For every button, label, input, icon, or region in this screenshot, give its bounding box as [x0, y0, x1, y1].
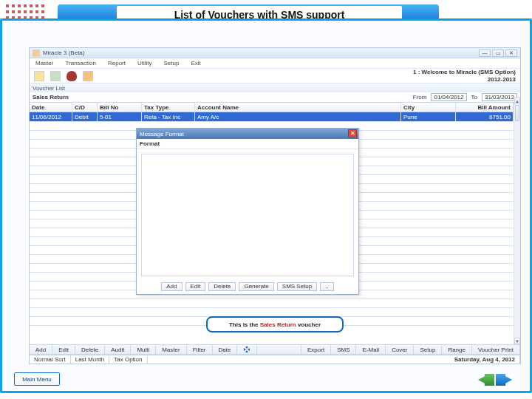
main-menu-button[interactable]: Main Menu: [14, 372, 60, 386]
btn-delete[interactable]: Delete: [75, 345, 105, 354]
col-cd[interactable]: C/D: [72, 103, 98, 112]
maximize-button[interactable]: ▭: [492, 50, 504, 57]
menu-master[interactable]: Master: [35, 60, 53, 66]
btn-sms[interactable]: SMS: [331, 345, 356, 354]
col-billno[interactable]: Bill No: [98, 103, 142, 112]
nav-arrows: [478, 374, 512, 386]
dialog-title: Message Format: [140, 131, 184, 137]
dialog-label: Format: [137, 139, 358, 149]
message-format-dialog: Message Format ✕ Format Add Edit Delete …: [136, 128, 359, 295]
toolbar: 1 : Welcome to Miracle (SMS Option) 2012…: [30, 69, 520, 83]
status-date: Saturday, Aug 4, 2012: [450, 355, 520, 364]
col-account[interactable]: Account Name: [195, 103, 401, 112]
scroll-thumb[interactable]: [515, 105, 519, 121]
link-icon: [243, 346, 250, 353]
dialog-btn-generate[interactable]: Generate: [239, 282, 273, 291]
menu-exit[interactable]: Exit: [191, 60, 200, 66]
table-row[interactable]: 11/06/2012 Debit 5-01 Reta - Tax Inc Amy…: [30, 112, 520, 121]
dialog-btn-smssetup[interactable]: SMS Setup: [277, 282, 317, 291]
welcome-text: 1 : Welcome to Miracle (SMS Option) 2012…: [413, 69, 516, 83]
dialog-body[interactable]: [141, 154, 354, 276]
col-amount[interactable]: Bill Amount: [456, 103, 514, 112]
btn-audit[interactable]: Audit: [105, 345, 131, 354]
btn-export[interactable]: Export: [301, 345, 331, 354]
btn-voucher-print[interactable]: Voucher Print: [472, 345, 520, 354]
btn-setup[interactable]: Setup: [414, 345, 442, 354]
btn-cover[interactable]: Cover: [386, 345, 414, 354]
callout-text: This is the Sales Return voucher: [229, 321, 321, 328]
toolbar-icon-4[interactable]: [83, 71, 93, 81]
minimize-button[interactable]: —: [479, 50, 491, 57]
status-month: Last Month: [71, 355, 110, 364]
btn-range[interactable]: Range: [442, 345, 472, 354]
to-label: To: [471, 94, 477, 100]
menu-setup[interactable]: Setup: [164, 60, 180, 66]
col-city[interactable]: City: [401, 103, 456, 112]
filter-row: Sales Return From 01/04/2012 To 31/03/20…: [30, 92, 520, 103]
prev-arrow-icon[interactable]: [478, 374, 494, 386]
toolbar-icon-1[interactable]: [34, 71, 44, 81]
btn-add[interactable]: Add: [30, 345, 52, 354]
scroll-up-icon[interactable]: ▲: [514, 98, 520, 104]
app-window: Miracle 3 (Beta) — ▭ ✕ Master Transactio…: [29, 47, 521, 364]
btn-filter[interactable]: Filter: [187, 345, 213, 354]
dialog-btn-delete[interactable]: Delete: [208, 282, 236, 291]
window-title: Miracle 3 (Beta): [43, 50, 479, 56]
dialog-btn-more[interactable]: ..: [320, 282, 333, 291]
vertical-scrollbar[interactable]: ▲ ▼: [514, 98, 520, 344]
dialog-titlebar[interactable]: Message Format ✕: [137, 129, 358, 139]
toolbar-icon-2[interactable]: [50, 71, 61, 81]
btn-link[interactable]: [237, 345, 257, 354]
dialog-footer: Add Edit Delete Generate SMS Setup ..: [137, 281, 358, 294]
col-taxtype[interactable]: Tax Type: [142, 103, 195, 112]
grid-header: Date C/D Bill No Tax Type Account Name C…: [30, 103, 520, 112]
btn-edit[interactable]: Edit: [52, 345, 75, 354]
menu-report[interactable]: Report: [108, 60, 126, 66]
window-titlebar: Miracle 3 (Beta) — ▭ ✕: [30, 48, 520, 58]
explanation-callout: This is the Sales Return voucher: [206, 316, 344, 332]
status-tax: Tax Option: [109, 355, 147, 364]
col-date[interactable]: Date: [30, 103, 72, 112]
panel-label: Voucher List: [30, 83, 520, 92]
btn-email[interactable]: E-Mail: [356, 345, 386, 354]
scroll-down-icon[interactable]: ▼: [514, 338, 520, 344]
voucher-heading: Sales Return: [33, 94, 69, 100]
dialog-btn-add[interactable]: Add: [161, 282, 182, 291]
btn-multi[interactable]: Multi: [131, 345, 156, 354]
to-date-input[interactable]: 31/03/2013: [482, 93, 517, 101]
from-label: From: [413, 94, 427, 100]
menu-transaction[interactable]: Transaction: [65, 60, 96, 66]
menu-utility[interactable]: Utility: [137, 60, 152, 66]
menu-bar: Master Transaction Report Utility Setup …: [30, 58, 520, 69]
close-button[interactable]: ✕: [505, 50, 517, 57]
slide-frame: Miracle 3 (Beta) — ▭ ✕ Master Transactio…: [0, 18, 532, 393]
toolbar-icon-3[interactable]: [66, 71, 77, 81]
dialog-btn-edit[interactable]: Edit: [185, 282, 206, 291]
btn-master[interactable]: Master: [156, 345, 186, 354]
dialog-close-button[interactable]: ✕: [348, 129, 357, 137]
btn-date[interactable]: Date: [213, 345, 238, 354]
next-arrow-icon[interactable]: [496, 374, 512, 386]
from-date-input[interactable]: 01/04/2012: [431, 93, 466, 101]
app-icon: [33, 50, 40, 57]
status-bar: Normal Sort Last Month Tax Option Saturd…: [30, 355, 520, 364]
status-sort: Normal Sort: [30, 355, 71, 364]
footer-button-bar: Add Edit Delete Audit Multi Master Filte…: [30, 344, 520, 355]
